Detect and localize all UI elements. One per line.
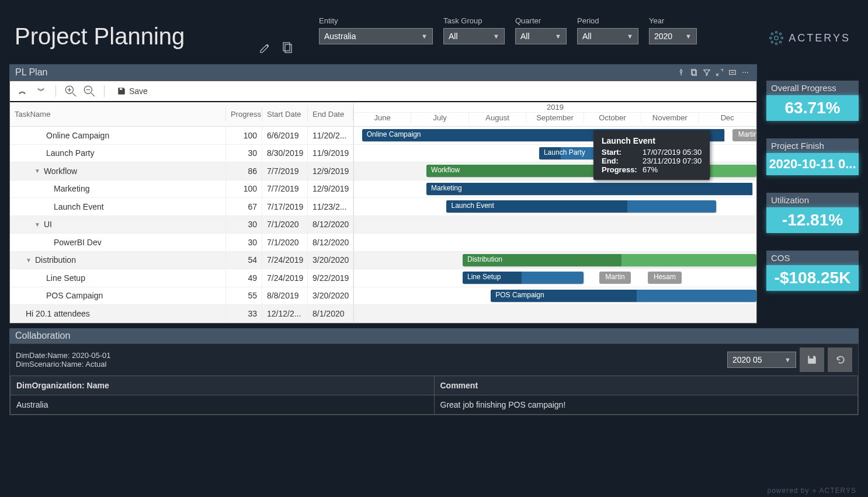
quarter-dropdown[interactable]: All▼: [515, 28, 567, 44]
caret-icon[interactable]: ▼: [34, 168, 40, 174]
task-rows: Online Campaign1006/6/201911/20/2...Laun…: [10, 127, 353, 323]
undo-button[interactable]: [828, 347, 852, 372]
copy-visual-icon[interactable]: [688, 67, 700, 78]
col-progress[interactable]: Progress: [226, 107, 262, 121]
table-row[interactable]: Online Campaign1006/6/201911/20/2...: [10, 127, 353, 145]
year-dropdown[interactable]: 2020▼: [649, 28, 697, 44]
tt-prog: 67%: [643, 165, 658, 174]
collab-buttons: 2020 05▼: [727, 347, 852, 372]
expand-all-icon[interactable]: ︽: [16, 85, 29, 98]
timeline-header: 2019 JuneJulyAugustSeptemberOctoberNovem…: [354, 102, 756, 127]
chevron-down-icon: ▼: [784, 356, 791, 363]
year-value: 2020: [654, 32, 672, 41]
table-row[interactable]: ▼Distribution547/24/20193/20/2020: [10, 252, 353, 270]
table-row[interactable]: Hi 20.1 attendees3312/12/2...8/1/2020: [10, 305, 353, 323]
collab-context: DimDate:Name: 2020-05-01 DimScenario:Nam…: [10, 344, 858, 376]
table-row[interactable]: Line Setup497/24/20199/22/2019: [10, 269, 353, 287]
timeline-row[interactable]: Distribution: [354, 252, 756, 270]
title-icons: [257, 6, 296, 56]
kpi-util-label: Utilization: [766, 193, 859, 207]
gantt-bar[interactable]: Launch Event: [446, 200, 716, 213]
save-comment-button[interactable]: [800, 347, 824, 372]
chevron-down-icon: ▼: [493, 33, 499, 40]
tt-prog-label: Progress:: [602, 165, 638, 174]
svg-point-10: [780, 41, 782, 43]
svg-point-2: [775, 36, 779, 40]
task-name: Distribution: [35, 255, 76, 265]
kpi-util-value: -12.81%: [766, 207, 859, 233]
zoom-out-icon[interactable]: [83, 85, 96, 98]
caret-icon[interactable]: ▼: [26, 257, 32, 263]
td-comment[interactable]: Great job finishing POS campaign!: [434, 395, 858, 415]
task-start: 8/8/2019: [262, 287, 308, 305]
timeline-year: 2019: [354, 102, 756, 113]
svg-point-6: [781, 37, 783, 39]
dimdate-text: DimDate:Name: 2020-05-01: [16, 351, 111, 360]
kpi-finish-value: 2020-10-11 0...: [766, 153, 859, 175]
taskgroup-dropdown[interactable]: All▼: [443, 28, 505, 44]
collapse-all-icon[interactable]: ︾: [34, 85, 47, 98]
tooltip-title: Launch Event: [602, 136, 702, 145]
filter-icon[interactable]: [701, 67, 713, 78]
table-row[interactable]: Launch Event677/17/201911/23/2...: [10, 198, 353, 216]
chevron-down-icon: ▼: [555, 33, 561, 40]
gantt-bar[interactable]: POS Campaign: [491, 290, 756, 302]
timeline-row[interactable]: [354, 216, 756, 234]
kpi-sidebar: Overall Progress 63.71% Project Finish 2…: [766, 81, 859, 324]
gantt-bar[interactable]: Distribution: [463, 254, 756, 266]
kpi-finish: Project Finish 2020-10-11 0...: [766, 138, 859, 175]
table-row[interactable]: PowerBI Dev307/1/20208/12/2020: [10, 234, 353, 252]
table-row[interactable]: Marketing1007/7/201912/9/2019: [10, 180, 353, 199]
col-taskname[interactable]: TaskName: [10, 107, 226, 121]
spotlight-icon[interactable]: [727, 67, 738, 78]
gantt-bar[interactable]: Marketing: [426, 183, 752, 195]
kpi-cos: COS -$108.25K: [766, 251, 859, 291]
table-row[interactable]: POS Campaign558/8/20193/20/2020: [10, 287, 353, 305]
task-start: 7/1/2020: [262, 234, 308, 251]
task-start: 6/6/2019: [262, 127, 308, 144]
task-end: 3/20/2020: [308, 252, 353, 269]
focus-icon[interactable]: [714, 67, 725, 78]
timeline-row[interactable]: Marketing: [354, 180, 756, 199]
more-icon[interactable]: ⋯: [739, 67, 751, 78]
copy-icon[interactable]: [279, 40, 296, 56]
task-name: Marketing: [54, 184, 89, 193]
table-row[interactable]: ▼UI307/1/20208/12/2020: [10, 216, 353, 234]
task-grid: TaskName Progress Start Date End Date On…: [10, 102, 354, 323]
section-title: PL Plan: [15, 67, 47, 78]
th-comment[interactable]: Comment: [434, 376, 858, 395]
edit-icon[interactable]: [257, 40, 273, 56]
page-title: Project Planning: [12, 6, 257, 50]
col-end[interactable]: End Date: [308, 107, 353, 121]
timeline-row[interactable]: [354, 234, 756, 252]
kpi-overall-label: Overall Progress: [766, 81, 859, 95]
chevron-down-icon: ▼: [685, 33, 692, 40]
header: Project Planning Entity Australia▼ Task …: [0, 0, 868, 64]
timeline-row[interactable]: POS Campaign: [354, 287, 756, 305]
task-name: Launch Party: [46, 148, 95, 158]
timeline[interactable]: 2019 JuneJulyAugustSeptemberOctoberNovem…: [354, 102, 756, 323]
dimscenario-text: DimScenario:Name: Actual: [16, 360, 111, 369]
task-name: Hi 20.1 attendees: [26, 309, 90, 318]
table-row[interactable]: ▼Workflow867/7/201912/9/2019: [10, 162, 353, 180]
caret-icon[interactable]: ▼: [34, 221, 40, 228]
zoom-in-icon[interactable]: [64, 85, 77, 98]
td-org[interactable]: Australia: [11, 395, 435, 415]
save-button[interactable]: Save: [113, 85, 152, 98]
th-org[interactable]: DimOrganization: Name: [11, 376, 435, 395]
timeline-row[interactable]: Launch Event: [354, 198, 756, 216]
gantt-bar[interactable]: Line Setup: [463, 272, 584, 284]
col-start[interactable]: Start Date: [262, 107, 308, 121]
filters: Entity Australia▼ Task Group All▼ Quarte…: [296, 6, 769, 44]
task-start: 8/30/2019: [262, 145, 308, 162]
period-dropdown[interactable]: All▼: [577, 28, 638, 44]
entity-dropdown[interactable]: Australia▼: [319, 28, 433, 44]
timeline-row[interactable]: Line SetupMartinHesam: [354, 269, 756, 287]
task-progress: 33: [226, 305, 262, 322]
collab-period-dropdown[interactable]: 2020 05▼: [727, 352, 796, 368]
pin-icon[interactable]: [675, 67, 687, 78]
table-row[interactable]: Launch Party308/30/201911/9/2019: [10, 145, 353, 163]
task-start: 12/12/2...: [262, 305, 308, 322]
timeline-row[interactable]: [354, 305, 756, 323]
tt-end: 23/11/2019 07:30: [643, 157, 702, 165]
